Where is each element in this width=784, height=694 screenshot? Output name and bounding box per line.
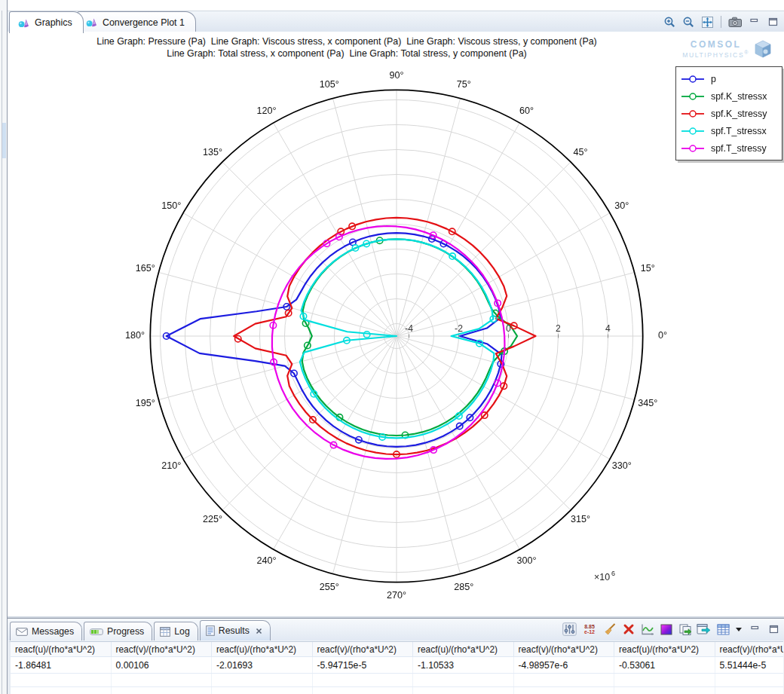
empty-table-cell xyxy=(11,674,111,687)
tab-messages[interactable]: Messages xyxy=(10,622,82,640)
empty-table-cell xyxy=(312,687,413,694)
column-header[interactable]: reacf(v)/(rho*a*U^2) xyxy=(312,642,413,657)
precision-line-1: 8.85 xyxy=(584,624,595,629)
empty-table-cell xyxy=(614,687,715,694)
table-format-icon[interactable] xyxy=(715,622,730,637)
results-tab-close-icon[interactable] xyxy=(256,628,262,634)
envelope-icon xyxy=(16,628,28,636)
legend-label: spf.T_stressy xyxy=(711,143,767,154)
table-cell[interactable]: -0.53061 xyxy=(614,657,715,674)
table-cell[interactable]: 0.00106 xyxy=(111,657,212,674)
empty-table-cell xyxy=(513,674,614,687)
empty-table-row xyxy=(11,687,783,694)
legend-marker-icon xyxy=(681,92,705,101)
progress-bar-icon xyxy=(90,628,103,635)
table-cell[interactable]: -4.98957e-6 xyxy=(513,657,614,674)
legend-marker-icon xyxy=(681,144,705,153)
results-table-icon xyxy=(206,625,215,636)
information-panel: Messages Progress Log Results 8.85 xyxy=(8,618,784,694)
column-header[interactable]: reacf(v)/(rho*a*U^2) xyxy=(715,642,783,657)
tab-convergence-plot-1-label: Convergence Plot 1 xyxy=(103,17,185,28)
legend-marker-icon xyxy=(681,127,705,136)
minimize-view-icon[interactable] xyxy=(746,14,761,29)
table-cell[interactable]: -1.10533 xyxy=(413,657,514,674)
column-header[interactable]: reacf(u)/(rho*a*U^2) xyxy=(614,642,715,657)
tab-progress[interactable]: Progress xyxy=(84,622,152,640)
legend-label: spf.K_stressy xyxy=(711,109,767,119)
plot-from-table-icon[interactable] xyxy=(640,622,655,637)
empty-table-cell xyxy=(715,674,783,687)
graphics-window-header: Graphics Convergence Plot 1 xyxy=(8,0,784,32)
zoom-in-icon[interactable] xyxy=(662,14,677,29)
left-minimized-panel-rail[interactable] xyxy=(0,0,8,694)
empty-table-cell xyxy=(111,687,212,694)
empty-table-cell xyxy=(11,687,111,694)
empty-table-cell xyxy=(212,687,313,694)
empty-table-cell xyxy=(212,674,313,687)
rail-selection-segment xyxy=(2,123,6,158)
legend-marker-icon xyxy=(681,109,705,118)
comsol-plot-icon xyxy=(16,15,31,30)
empty-table-cell xyxy=(513,687,614,694)
results-table-container: reacf(u)/(rho*a*U^2)reacf(v)/(rho*a*U^2)… xyxy=(8,641,783,694)
empty-table-cell xyxy=(413,687,514,694)
empty-table-cell xyxy=(715,687,783,694)
maximize-view-icon[interactable] xyxy=(765,14,780,29)
graphics-canvas[interactable] xyxy=(8,32,784,616)
table-surface-plot-icon[interactable] xyxy=(659,622,674,637)
zoom-extents-icon[interactable] xyxy=(700,14,715,29)
table-settings-icon[interactable] xyxy=(562,622,577,637)
legend-label: spf.T_stressx xyxy=(711,126,767,136)
zoom-out-icon[interactable] xyxy=(681,14,696,29)
toolbar-separator xyxy=(721,16,721,28)
tab-convergence-plot-1[interactable]: Convergence Plot 1 xyxy=(77,11,196,32)
empty-table-cell xyxy=(111,674,212,687)
legend-item-spf.T_stressy: spf.T_stressy xyxy=(681,139,777,157)
comsol-plot-icon xyxy=(84,15,99,30)
empty-table-cell xyxy=(312,674,413,687)
legend-label: spf.K_stressx xyxy=(711,91,767,102)
table-row: -1.864810.00106-2.01693-5.94715e-5-1.105… xyxy=(11,657,783,674)
legend-marker-icon xyxy=(681,75,705,84)
column-header[interactable]: reacf(v)/(rho*a*U^2) xyxy=(513,642,614,657)
log-icon xyxy=(160,627,170,637)
rail-divider xyxy=(2,11,2,694)
column-header[interactable]: reacf(u)/(rho*a*U^2) xyxy=(212,642,313,657)
tab-graphics[interactable]: Graphics xyxy=(9,11,84,33)
maximize-panel-icon[interactable] xyxy=(766,622,781,637)
legend-item-p: p xyxy=(681,70,777,87)
export-table-icon[interactable] xyxy=(697,622,712,637)
tab-graphics-label: Graphics xyxy=(35,17,72,28)
table-cell[interactable]: -5.94715e-5 xyxy=(312,657,413,674)
column-header[interactable]: reacf(v)/(rho*a*U^2) xyxy=(111,642,212,657)
table-cell[interactable]: 5.51444e-5 xyxy=(715,657,783,674)
tab-log[interactable]: Log xyxy=(154,622,198,640)
tab-log-label: Log xyxy=(174,626,190,637)
graphics-tab-strip: Graphics Convergence Plot 1 xyxy=(8,11,784,32)
snapshot-camera-icon[interactable] xyxy=(727,14,743,29)
column-header[interactable]: reacf(u)/(rho*a*U^2) xyxy=(413,642,514,657)
legend-item-spf.T_stressx: spf.T_stressx xyxy=(681,122,777,139)
tab-results[interactable]: Results xyxy=(200,620,271,640)
delete-table-icon[interactable] xyxy=(621,622,636,637)
legend-item-spf.K_stressx: spf.K_stressx xyxy=(681,87,777,105)
precision-display-icon[interactable]: 8.85 e-12 xyxy=(580,622,599,637)
legend-label: p xyxy=(711,74,716,84)
empty-table-cell xyxy=(413,674,514,687)
clear-tables-broom-icon[interactable] xyxy=(602,622,617,637)
results-table: reacf(u)/(rho*a*U^2)reacf(v)/(rho*a*U^2)… xyxy=(11,642,783,694)
empty-table-cell xyxy=(614,674,715,687)
graphics-panel: Line Graph: Pressure (Pa) Line Graph: Vi… xyxy=(8,32,784,616)
table-cell[interactable]: -2.01693 xyxy=(212,657,313,674)
copy-table-icon[interactable] xyxy=(678,622,693,637)
legend-item-spf.K_stressy: spf.K_stressy xyxy=(681,105,777,122)
table-cell[interactable]: -1.86481 xyxy=(11,657,111,674)
tab-progress-label: Progress xyxy=(107,626,144,637)
tab-results-label: Results xyxy=(219,625,250,636)
more-options-dropdown-icon[interactable] xyxy=(734,622,743,637)
information-tab-strip: Messages Progress Log Results 8.85 xyxy=(8,619,784,640)
tab-messages-label: Messages xyxy=(32,626,74,637)
column-header[interactable]: reacf(u)/(rho*a*U^2) xyxy=(11,642,111,657)
plot-legend[interactable]: pspf.K_stressxspf.K_stressyspf.T_stressx… xyxy=(675,66,782,161)
minimize-panel-icon[interactable] xyxy=(747,622,762,637)
